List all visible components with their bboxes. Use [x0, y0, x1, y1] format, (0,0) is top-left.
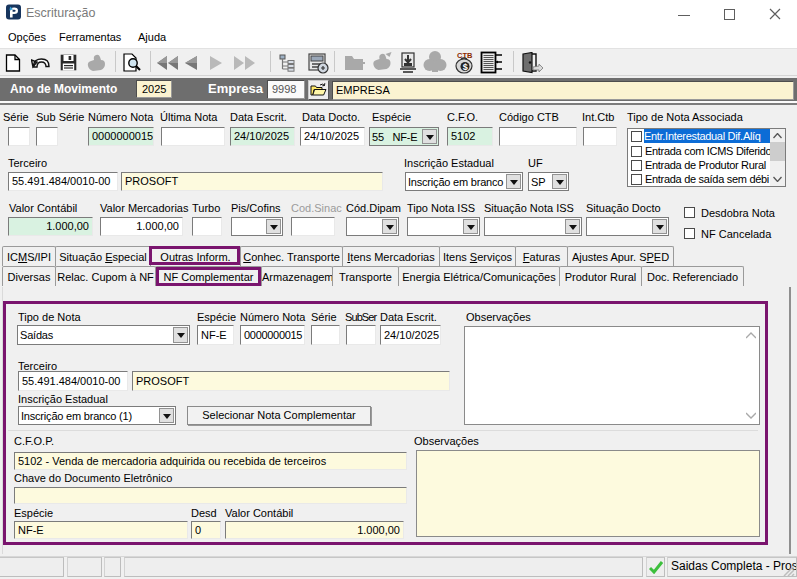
svg-text:$: $ [463, 62, 468, 72]
